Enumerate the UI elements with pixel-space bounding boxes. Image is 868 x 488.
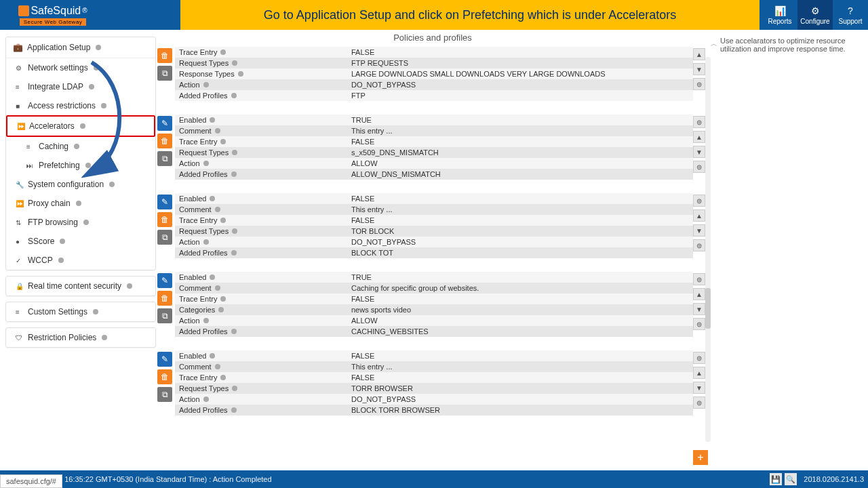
policy-label: Comment — [175, 284, 351, 292]
policy-value: This entry ... — [351, 205, 693, 214]
ctrl-button[interactable]: ⊚ — [693, 352, 705, 364]
policy-row: Added Profiles BLOCK TORR BROWSER — [175, 405, 693, 415]
policy-value: FALSE — [351, 373, 693, 382]
sidebar-item-sscore[interactable]: ●SScore — [6, 232, 155, 251]
ctrl-button[interactable]: ⊚ — [693, 161, 705, 173]
copy-button[interactable]: ⧉ — [157, 66, 172, 81]
policy-row: Request Types TORR BROWSER — [175, 383, 693, 394]
edit-button[interactable]: ✎ — [157, 195, 172, 209]
policy-block: ✎🗑⧉Enabled TRUEComment This entry ...Tra… — [157, 115, 708, 180]
policy-value: BLOCK TORR BROWSER — [351, 406, 693, 414]
copy-button[interactable]: ⧉ — [157, 308, 172, 323]
del-button[interactable]: 🗑 — [157, 212, 172, 227]
ctrl-button[interactable]: ▼ — [693, 224, 705, 237]
policy-value: FTP — [351, 92, 693, 100]
ctrl-button[interactable]: ⊚ — [693, 195, 705, 207]
policy-row: Request Types TOR BLOCK — [175, 226, 693, 237]
info-icon — [210, 274, 215, 280]
panel-title: Policies and profiles — [157, 30, 708, 47]
ctrl-button[interactable]: ⊚ — [693, 318, 705, 330]
policy-value: TOR BLOCK — [351, 227, 693, 235]
policy-row: Action DO_NOT_BYPASS — [175, 237, 693, 247]
del-button[interactable]: 🗑 — [157, 291, 172, 306]
policy-value: DO_NOT_BYPASS — [351, 238, 693, 246]
info-icon — [232, 150, 237, 155]
ctrl-button[interactable]: ▼ — [693, 63, 705, 75]
ctrl-button[interactable]: ▼ — [693, 382, 705, 394]
info-icon — [102, 335, 107, 340]
info-icon — [203, 82, 209, 87]
ctrl-button[interactable]: ▼ — [693, 146, 705, 158]
policy-label: Added Profiles — [175, 327, 351, 336]
sidebar-item-proxy-chain[interactable]: ⏩Proxy chain — [6, 194, 155, 213]
ctrl-button[interactable]: ▲ — [693, 367, 705, 379]
edit-button[interactable]: ✎ — [157, 116, 172, 131]
edit-button[interactable]: ✎ — [157, 273, 172, 288]
sidebar-custom[interactable]: ≡Custom Settings — [6, 302, 155, 321]
sidebar-item-ftp-browsing[interactable]: ⇅FTP browsing — [6, 213, 155, 232]
policy-row: Enabled TRUE — [175, 272, 693, 283]
policy-row: Action ALLOW — [175, 315, 693, 326]
sidebar-item-wccp[interactable]: ✓WCCP — [6, 251, 155, 270]
policy-value: FALSE — [351, 195, 693, 203]
nav-icon: ● — [16, 238, 24, 245]
ctrl-button[interactable]: ▲ — [693, 209, 705, 222]
sidebar-rtcs[interactable]: 🔒Real time content security — [6, 277, 155, 296]
ctrl-button[interactable]: ⊚ — [693, 273, 705, 285]
del-button[interactable]: 🗑 — [157, 48, 172, 63]
edit-button[interactable]: ✎ — [157, 352, 172, 367]
scroll-thumb[interactable] — [705, 288, 711, 329]
footer-status: 8 16:35:22 GMT+0530 (India Standard Time… — [58, 475, 272, 483]
ctrl-button[interactable]: ⊚ — [693, 78, 705, 90]
policy-row: Categories news sports video — [175, 304, 693, 315]
copy-button[interactable]: ⧉ — [157, 151, 172, 166]
search-icon[interactable]: 🔍 — [785, 473, 797, 485]
policy-row: Trace Entry FALSE — [175, 136, 693, 147]
scrollbar[interactable] — [705, 57, 711, 442]
info-icon — [96, 45, 101, 50]
policy-value: TRUE — [351, 273, 693, 281]
ctrl-button[interactable]: ⊚ — [693, 396, 705, 409]
policy-label: Added Profiles — [175, 406, 351, 414]
policy-row: Trace Entry FALSE — [175, 47, 693, 58]
ctrl-button[interactable]: ▲ — [693, 48, 705, 60]
policy-label: Comment — [175, 205, 351, 214]
policy-label: Request Types — [175, 59, 351, 67]
nav-icon: ⚙ — [16, 64, 24, 72]
logo-icon — [18, 5, 29, 16]
ctrl-button[interactable]: ⊚ — [693, 239, 705, 251]
sidebar-restrict[interactable]: 🛡Restriction Policies — [6, 328, 155, 347]
nav-reports[interactable]: 📊Reports — [762, 0, 797, 30]
save-icon[interactable]: 💾 — [770, 473, 782, 485]
lock-icon: 🔒 — [16, 283, 24, 290]
copy-button[interactable]: ⧉ — [157, 230, 172, 245]
policy-label: Request Types — [175, 384, 351, 392]
del-button[interactable]: 🗑 — [157, 134, 172, 148]
nav-support[interactable]: ?Support — [833, 0, 868, 30]
policy-value: DO_NOT_BYPASS — [351, 395, 693, 403]
copy-button[interactable]: ⧉ — [157, 387, 172, 402]
nav-configure[interactable]: ⚙Configure — [797, 0, 833, 30]
policy-row: Request Types s_x509_DNS_MISMATCH — [175, 147, 693, 158]
policy-block: ✎🗑⧉Enabled FALSEComment This entry ...Tr… — [157, 193, 708, 258]
policy-row: Added Profiles ALLOW_DNS_MISMATCH — [175, 169, 693, 180]
info-icon — [238, 71, 243, 77]
ctrl-button[interactable]: ⊚ — [693, 116, 705, 128]
policy-label: Response Types — [175, 70, 351, 78]
policy-value: FALSE — [351, 352, 693, 360]
del-button[interactable]: 🗑 — [157, 369, 172, 384]
ctrl-button[interactable]: ▼ — [693, 303, 705, 315]
policy-block: ✎🗑⧉Enabled FALSEComment This entry ...Tr… — [157, 350, 708, 415]
policy-row: Trace Entry FALSE — [175, 372, 693, 383]
policy-value: ALLOW_DNS_MISMATCH — [351, 170, 693, 178]
info-icon — [231, 329, 237, 334]
policy-value: This entry ... — [351, 127, 693, 135]
policy-value: s_x509_DNS_MISMATCH — [351, 148, 693, 157]
tutorial-arrow — [81, 57, 136, 186]
sidebar-app-setup[interactable]: 💼 Application Setup — [6, 37, 155, 58]
ctrl-button[interactable]: ▲ — [693, 288, 705, 300]
policy-label: Request Types — [175, 148, 351, 157]
ctrl-button[interactable]: ▲ — [693, 131, 705, 143]
chevron-up-icon[interactable]: ︿ — [711, 39, 717, 49]
add-policy-button[interactable]: + — [693, 450, 708, 465]
